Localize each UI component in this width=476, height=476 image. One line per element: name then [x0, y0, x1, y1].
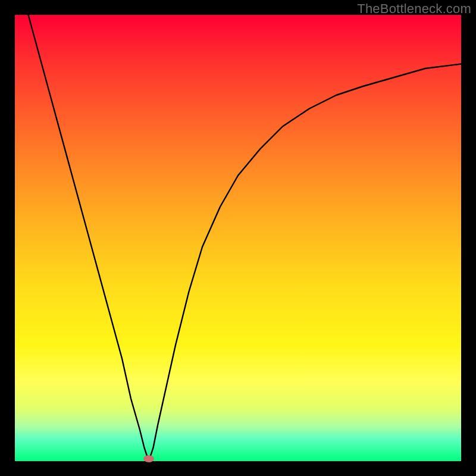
- optimal-point-marker: [143, 455, 154, 462]
- curve-svg: [15, 15, 461, 461]
- plot-area: [15, 15, 461, 461]
- watermark-text: TheBottleneck.com: [357, 1, 471, 17]
- chart-frame: TheBottleneck.com: [0, 0, 476, 476]
- bottleneck-curve: [29, 15, 462, 461]
